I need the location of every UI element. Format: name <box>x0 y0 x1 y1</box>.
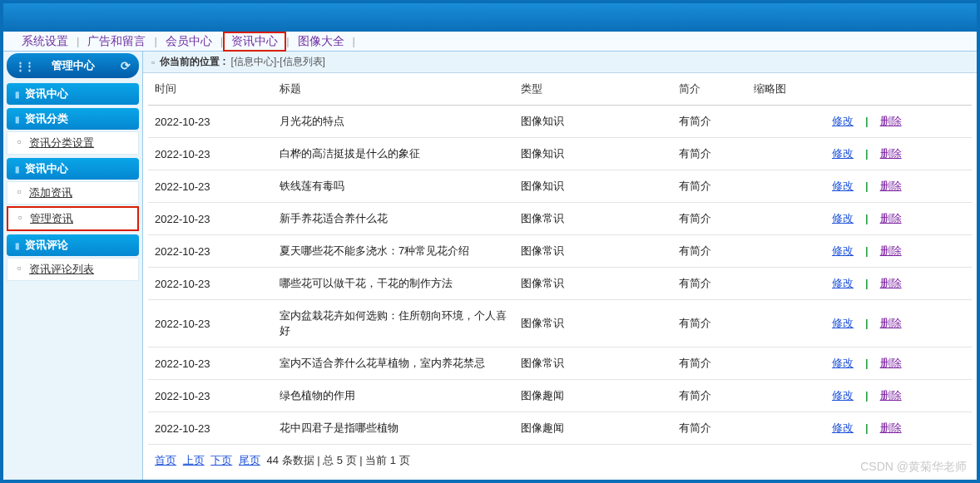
delete-link[interactable]: 删除 <box>877 115 905 127</box>
th-time: 时间 <box>148 73 273 106</box>
cell-actions: 修改|删除 <box>822 268 972 300</box>
table-row: 2022-10-23白桦的高洁挺拔是什么的象征图像知识有简介修改|删除 <box>148 138 972 170</box>
action-separator: | <box>857 277 877 289</box>
body: 管理中心 资讯中心 资讯分类资讯分类设置资讯中心添加资讯管理资讯资讯评论资讯评论… <box>3 52 977 480</box>
cell-thumb <box>747 300 822 347</box>
action-separator: | <box>857 147 877 160</box>
cell-actions: 修改|删除 <box>822 106 972 138</box>
edit-link[interactable]: 修改 <box>829 317 857 329</box>
action-separator: | <box>857 421 877 434</box>
delete-link[interactable]: 删除 <box>877 357 905 369</box>
table-row: 2022-10-23月光花的特点图像知识有简介修改|删除 <box>148 106 972 138</box>
table-row: 2022-10-23铁线莲有毒吗图像知识有简介修改|删除 <box>148 170 972 203</box>
delete-link[interactable]: 删除 <box>877 277 905 289</box>
delete-link[interactable]: 删除 <box>877 180 905 192</box>
cell-intro: 有简介 <box>672 347 747 380</box>
doc-icon: ▫ <box>151 57 155 68</box>
delete-link[interactable]: 删除 <box>877 244 905 257</box>
sidebar-item-link[interactable]: 资讯分类设置 <box>29 136 94 149</box>
cell-title: 哪些花可以做干花，干花的制作方法 <box>273 268 514 300</box>
delete-link[interactable]: 删除 <box>877 421 905 434</box>
table-row: 2022-10-23室内盆栽花卉如何选购：住所朝向环境，个人喜好图像常识有简介修… <box>148 300 972 347</box>
sidebar-group-header[interactable]: 资讯评论 <box>7 234 139 256</box>
action-separator: | <box>857 357 877 369</box>
sidebar-item-link[interactable]: 资讯评论列表 <box>29 263 94 275</box>
table-row: 2022-10-23室内不适合养什么花草植物，室内养花禁忌图像常识有简介修改|删… <box>148 347 972 380</box>
cell-type: 图像常识 <box>514 347 672 380</box>
sidebar-item[interactable]: 管理资讯 <box>7 206 139 231</box>
topnav-item[interactable]: 会员中心 <box>157 34 220 49</box>
topnav-item[interactable]: 图像大全 <box>290 34 353 49</box>
cell-thumb <box>747 203 822 235</box>
cell-type: 图像趣闻 <box>514 412 672 445</box>
sidebar-section-title: 资讯中心 <box>7 83 139 105</box>
edit-link[interactable]: 修改 <box>829 389 857 402</box>
cell-thumb <box>747 412 822 445</box>
edit-link[interactable]: 修改 <box>829 180 857 192</box>
edit-link[interactable]: 修改 <box>829 244 857 257</box>
sidebar-item[interactable]: 资讯评论列表 <box>7 258 139 281</box>
sidebar-group-header[interactable]: 资讯中心 <box>7 158 139 180</box>
delete-link[interactable]: 删除 <box>877 389 905 402</box>
breadcrumb-prefix: 你当前的位置 : <box>160 55 225 69</box>
cell-time: 2022-10-23 <box>148 138 273 170</box>
sidebar-header: 管理中心 <box>7 53 139 78</box>
pager-prev[interactable]: 上页 <box>183 454 205 466</box>
cell-type: 图像常识 <box>514 268 672 300</box>
cell-intro: 有简介 <box>672 300 747 347</box>
cell-type: 图像知识 <box>514 170 672 203</box>
cell-actions: 修改|删除 <box>822 412 972 445</box>
cell-actions: 修改|删除 <box>822 380 972 412</box>
breadcrumb-path: [信息中心]-[信息列表] <box>231 55 325 69</box>
sidebar-group-header[interactable]: 资讯分类 <box>7 108 139 130</box>
action-separator: | <box>857 317 877 329</box>
cell-title: 绿色植物的作用 <box>273 380 514 412</box>
delete-link[interactable]: 删除 <box>877 147 905 160</box>
table-wrapper: 时间 标题 类型 简介 缩略图 2022-10-23月光花的特点图像知识有简介修… <box>143 73 977 480</box>
action-separator: | <box>857 115 877 127</box>
cell-title: 花中四君子是指哪些植物 <box>273 412 514 445</box>
edit-link[interactable]: 修改 <box>829 357 857 369</box>
cell-time: 2022-10-23 <box>148 106 273 138</box>
delete-link[interactable]: 删除 <box>877 212 905 224</box>
pager-last[interactable]: 尾页 <box>239 454 260 466</box>
delete-link[interactable]: 删除 <box>877 317 905 329</box>
topnav-item[interactable]: 广告和留言 <box>79 34 154 49</box>
table-row: 2022-10-23花中四君子是指哪些植物图像趣闻有简介修改|删除 <box>148 412 972 445</box>
th-type: 类型 <box>514 73 672 106</box>
edit-link[interactable]: 修改 <box>829 147 857 160</box>
table-row: 2022-10-23新手养花适合养什么花图像常识有简介修改|删除 <box>148 203 972 235</box>
table-header-row: 时间 标题 类型 简介 缩略图 <box>148 73 972 106</box>
topnav-item[interactable]: 系统设置 <box>13 34 77 49</box>
cell-time: 2022-10-23 <box>148 347 273 380</box>
cell-intro: 有简介 <box>672 106 747 138</box>
cell-actions: 修改|删除 <box>822 203 972 235</box>
cell-thumb <box>747 106 822 138</box>
sidebar-item-link[interactable]: 添加资讯 <box>29 186 72 199</box>
cell-intro: 有简介 <box>672 380 747 412</box>
cell-type: 图像知识 <box>514 106 672 138</box>
cell-title: 室内不适合养什么花草植物，室内养花禁忌 <box>273 347 514 380</box>
table-row: 2022-10-23哪些花可以做干花，干花的制作方法图像常识有简介修改|删除 <box>148 268 972 300</box>
pager-first[interactable]: 首页 <box>155 454 176 466</box>
edit-link[interactable]: 修改 <box>829 115 857 127</box>
cell-thumb <box>747 138 822 170</box>
edit-link[interactable]: 修改 <box>829 277 857 289</box>
action-separator: | <box>857 180 877 192</box>
cell-thumb <box>747 170 822 203</box>
topnav-item[interactable]: 资讯中心 <box>223 32 286 52</box>
sidebar-item[interactable]: 添加资讯 <box>7 181 139 205</box>
main-panel: ▫ 你当前的位置 : [信息中心]-[信息列表] 时间 标题 类型 简介 缩略图 <box>143 52 977 480</box>
sidebar-item-link[interactable]: 管理资讯 <box>30 212 73 224</box>
cell-type: 图像常识 <box>514 300 672 347</box>
cell-time: 2022-10-23 <box>148 235 273 268</box>
th-ops <box>822 73 972 106</box>
edit-link[interactable]: 修改 <box>829 212 857 224</box>
cell-type: 图像常识 <box>514 203 672 235</box>
cell-thumb <box>747 380 822 412</box>
cell-actions: 修改|删除 <box>822 138 972 170</box>
pager-next[interactable]: 下页 <box>210 454 232 466</box>
sidebar-item[interactable]: 资讯分类设置 <box>7 131 139 155</box>
edit-link[interactable]: 修改 <box>829 421 857 434</box>
action-separator: | <box>857 244 877 257</box>
